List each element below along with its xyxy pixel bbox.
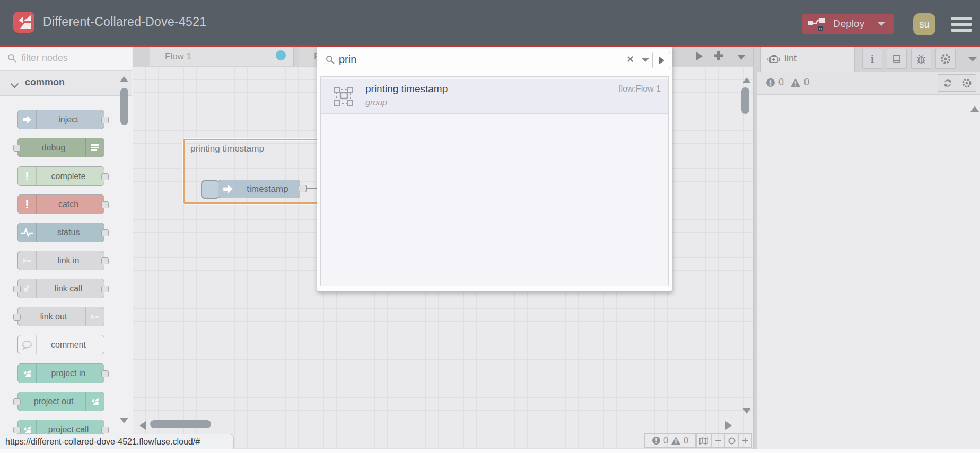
link-arrow-icon: [85, 307, 104, 326]
palette-node-project-out[interactable]: project out: [18, 392, 104, 411]
inject-node-timestamp[interactable]: timestamp: [218, 180, 300, 198]
deploy-icon: [808, 16, 826, 32]
search-options-caret-icon[interactable]: [642, 58, 649, 66]
comment-bubble-icon: [18, 335, 37, 354]
palette-node-project-in[interactable]: project in: [18, 363, 104, 383]
palette-scroll-up-icon[interactable]: [120, 76, 128, 82]
search-icon: [326, 55, 335, 65]
error-circle-icon: [652, 436, 661, 445]
canvas-hscrollbar-thumb[interactable]: [150, 420, 211, 428]
pulse-icon: [18, 223, 37, 242]
sidebar-scroll-up-icon[interactable]: [970, 106, 979, 112]
inject-trigger-button[interactable]: [201, 180, 220, 199]
output-port[interactable]: [299, 185, 307, 192]
palette-node-debug[interactable]: debug: [18, 138, 104, 157]
output-port[interactable]: [101, 427, 109, 433]
canvas-scroll-right-icon[interactable]: [725, 421, 732, 430]
menu-bar-icon: [951, 17, 972, 20]
info-icon: i: [871, 52, 874, 66]
palette-scroll-down-icon[interactable]: [120, 418, 128, 423]
output-port[interactable]: [101, 370, 109, 377]
search-input[interactable]: prin ×: [317, 47, 672, 73]
palette-node-inject[interactable]: inject: [18, 110, 104, 129]
zoom-out-button[interactable]: −: [712, 433, 725, 448]
user-avatar[interactable]: su: [913, 13, 935, 35]
input-port[interactable]: [13, 286, 21, 292]
zoom-reset-button[interactable]: [725, 433, 738, 448]
lint-settings-button[interactable]: [957, 74, 976, 92]
palette-node-link-call[interactable]: link call: [18, 279, 104, 298]
zoom-reset-circle-icon: [728, 437, 736, 445]
output-port[interactable]: [101, 201, 109, 208]
input-port[interactable]: [13, 314, 21, 321]
browser-status-bubble: https://different-collared-dove-4521.flo…: [0, 434, 234, 449]
deploy-options-caret-icon[interactable]: [878, 22, 885, 30]
canvas-scroll-left-icon[interactable]: [139, 421, 146, 430]
tab-scroll-right-icon[interactable]: [696, 51, 703, 61]
output-port[interactable]: [101, 229, 109, 236]
instance-title: Different-Collared-Dove-4521: [43, 15, 206, 29]
menu-bar-icon: [951, 29, 972, 32]
lint-refresh-button[interactable]: [938, 74, 957, 92]
input-port[interactable]: [13, 398, 21, 405]
output-port[interactable]: [101, 257, 109, 264]
palette-scrollbar-thumb[interactable]: [120, 88, 128, 125]
palette-node-link-in[interactable]: link in: [18, 251, 104, 270]
play-right-icon: [659, 56, 664, 65]
palette-node-status[interactable]: status: [18, 223, 104, 242]
canvas-notification-counts[interactable]: 0 0: [644, 433, 696, 448]
gear-icon: [940, 53, 951, 65]
link-arrow-icon: [18, 251, 37, 270]
add-flow-button[interactable]: ✚: [714, 50, 723, 63]
deploy-button[interactable]: Deploy: [802, 14, 894, 34]
palette-category-common[interactable]: common: [0, 71, 132, 96]
tab-flow-1[interactable]: Flow 1: [150, 47, 294, 66]
clear-search-icon[interactable]: ×: [627, 52, 634, 66]
search-next-button[interactable]: [652, 52, 670, 68]
sidebar-config-button[interactable]: [935, 49, 956, 69]
chevron-down-icon: [11, 80, 19, 88]
sidebar-options-caret-icon[interactable]: [968, 57, 977, 66]
result-title: printing timestamp: [365, 83, 448, 95]
warning-triangle-icon: [671, 436, 681, 445]
refresh-icon: [943, 78, 952, 88]
menu-bar-icon: [951, 23, 972, 26]
node-red-editor: Different-Collared-Dove-4521 Deploy su: [0, 0, 980, 453]
exclamation-icon: !: [18, 167, 37, 185]
palette-node-comment[interactable]: comment: [18, 335, 104, 354]
lint-warning-count: 0: [790, 77, 809, 88]
search-dialog: prin × printing timestamp flow:Flow 1 g: [317, 47, 672, 292]
inject-arrow-icon: [18, 110, 37, 129]
input-port[interactable]: [13, 427, 21, 433]
book-icon: [891, 54, 902, 64]
search-result-item[interactable]: printing timestamp flow:Flow 1 group: [321, 79, 668, 114]
sidebar-info-button[interactable]: i: [862, 49, 882, 69]
output-port[interactable]: [101, 286, 109, 292]
result-flow-ref: flow:Flow 1: [618, 84, 661, 94]
flow-list-caret-icon[interactable]: [737, 55, 746, 60]
palette-filter-input[interactable]: filter nodes: [0, 47, 132, 71]
node-palette: filter nodes common inject debug: [0, 47, 133, 449]
output-port[interactable]: [101, 117, 109, 123]
canvas-scroll-up-icon[interactable]: [742, 77, 751, 83]
sidebar-debug-button[interactable]: [911, 49, 931, 69]
canvas-vscrollbar-thumb[interactable]: [741, 87, 749, 114]
output-port[interactable]: [101, 173, 109, 180]
bug-icon: [916, 54, 926, 64]
sidebar-tab-lint[interactable]: lint: [760, 47, 855, 72]
result-type: group: [365, 98, 387, 108]
palette-node-complete[interactable]: ! complete: [18, 166, 104, 186]
zoom-in-button[interactable]: +: [738, 433, 752, 448]
input-port[interactable]: [13, 145, 21, 152]
flowfuse-icon: [85, 392, 104, 411]
palette-node-catch[interactable]: ! catch: [18, 194, 104, 214]
sidebar-tab-bar: lint i: [757, 47, 980, 72]
navigator-button[interactable]: [696, 433, 712, 448]
sidebar-help-button[interactable]: [887, 49, 907, 69]
search-query-text: prin: [339, 54, 356, 66]
palette-node-link-out[interactable]: link out: [18, 307, 104, 326]
flowfuse-logo: [13, 12, 34, 33]
flowfuse-logo-glyph: [13, 12, 34, 33]
main-menu-button[interactable]: [951, 17, 972, 32]
canvas-scroll-down-icon[interactable]: [742, 408, 751, 414]
